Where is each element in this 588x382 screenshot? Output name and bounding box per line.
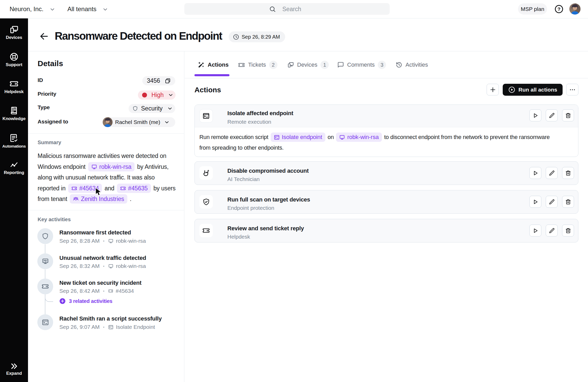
svg-text:?: ? <box>557 6 561 12</box>
